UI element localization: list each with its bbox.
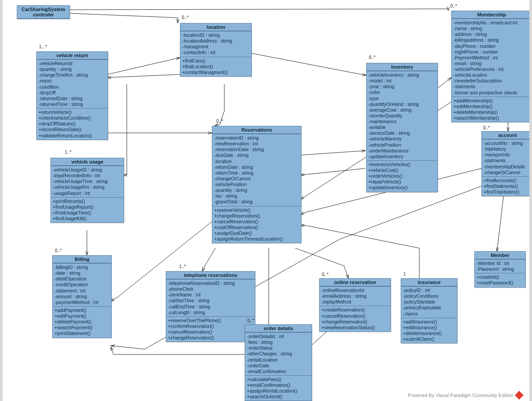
uml-operations-section: +addInsurance()+editInsurance()+deleteIn… xyxy=(401,318,457,343)
uml-attribute: -newReservation : int xyxy=(214,141,299,147)
uml-attribute: -managment xyxy=(182,44,250,50)
uml-attribute: -statement : int xyxy=(55,288,110,294)
uml-attribute: -policyStartdate xyxy=(403,299,455,305)
uml-operation: +changeReservation() xyxy=(214,213,299,219)
uml-operation: +contactManagment() xyxy=(182,70,250,75)
uml-operation: +orderVehicles() xyxy=(368,173,436,179)
uml-attributes-section: -reservationID : string-newReservation :… xyxy=(212,134,301,206)
uml-class-title: online reservation xyxy=(320,279,391,286)
uml-attribute: -billingID : string xyxy=(55,265,110,270)
multiplicity-label: 0..* xyxy=(55,248,62,253)
uml-operation: +findStatments() xyxy=(484,183,532,189)
uml-operation: +inventoryVehicles() xyxy=(368,162,436,167)
uml-operation: +repairVehicle() xyxy=(368,179,436,185)
uml-attribute: -dayPhone : number xyxy=(454,43,530,49)
uml-operation: +calculateFees() xyxy=(247,377,310,382)
uml-operation: +findUsageKM() xyxy=(53,216,122,222)
uml-attribute: -underMaintanance xyxy=(368,148,436,154)
uml-class-box[interactable]: Membership-membershipNo : smartcard:int-… xyxy=(451,11,532,122)
uml-operation: +searchPayment() xyxy=(55,325,110,331)
uml-operation: +addPayment() xyxy=(55,308,110,313)
uml-class-box[interactable]: telephone reservations-telephoneReservat… xyxy=(166,271,255,342)
uml-class-box[interactable]: Reservations-reservationID : string-newR… xyxy=(212,126,301,243)
uml-attribute: -policyConditions xyxy=(403,293,455,299)
uml-class-box[interactable]: insurance-policyID : int-policyCondition… xyxy=(401,278,458,343)
uml-class-box[interactable]: Billing-billingID : string-date : string… xyxy=(52,255,112,338)
uml-attribute: -changeTimeKm : string xyxy=(39,72,106,78)
uml-class-box[interactable]: account-accountNo : string-tripHistory-m… xyxy=(481,131,532,196)
uml-attribute: -orderDetailId : int xyxy=(247,334,310,339)
uml-operation: +FindUsageTime() xyxy=(53,210,122,216)
multiplicity-label: 1..* xyxy=(65,150,71,155)
uml-operation: +updateInventory() xyxy=(368,185,436,191)
uml-operation: +deleteMembership() xyxy=(454,109,530,115)
uml-operation: +cancelReservation() xyxy=(168,329,253,335)
uml-class-box[interactable]: order details-orderDetailId : int-fees :… xyxy=(245,324,312,401)
uml-attribute: -newsletterSubscription xyxy=(454,78,530,84)
uml-class-title: Member xyxy=(475,252,525,259)
uml-operation: +confirmReservation() xyxy=(168,323,253,329)
uml-operation: +assignRentalLocation() xyxy=(247,388,310,394)
uml-attribute: -vehiclePosition xyxy=(368,142,436,148)
uml-operation: +editPayment() xyxy=(55,313,110,319)
uml-operation: +printRecords() xyxy=(53,199,122,204)
multiplicity-label: 0..* xyxy=(483,125,490,130)
uml-attributes-section: -vehicleInventory : string-model : int-y… xyxy=(367,71,438,160)
uml-operation: +assignReturnTimeandLocation() xyxy=(214,236,299,242)
uml-operations-section: +createReservation()+cancelReservation()… xyxy=(320,306,391,331)
multiplicity-label: 0..* xyxy=(322,272,329,277)
uml-attribute: -statments xyxy=(484,158,532,164)
uml-attribute: -vehiclePosition xyxy=(214,182,299,187)
uml-attribute: -condition xyxy=(39,84,106,90)
uml-operations-section: +reserveOverThePhone()+confirmReservatio… xyxy=(166,316,255,342)
uml-attribute: -averageCost : string xyxy=(368,107,436,113)
uml-class-box[interactable]: Inventory-vehicleInventory : string-mode… xyxy=(366,63,438,192)
uml-attribute: -PaymentMethod : int xyxy=(454,55,530,61)
uml-attribute: -address : string xyxy=(454,31,530,37)
uml-attribute: -model : int xyxy=(368,78,436,84)
uml-operation: +searchOrderId() xyxy=(247,394,310,400)
uml-attribute: -memperInfo xyxy=(484,152,532,158)
uml-class-box[interactable]: location-locationID : string-locationAdd… xyxy=(180,23,252,77)
uml-diagram-canvas: CarSharingSystem controlerlocation-locat… xyxy=(0,0,532,401)
uml-attribute: -locationAddress : string xyxy=(182,38,250,44)
uml-attribute: -reson xyxy=(39,78,106,84)
uml-attribute: -changeOrCancel xyxy=(214,176,299,182)
uml-class-title: Reservations xyxy=(212,126,301,134)
uml-attribute: -dropOff xyxy=(39,90,106,96)
uml-attribute: -usageReport : int xyxy=(53,191,122,196)
multiplicity-label: 1...* xyxy=(39,44,47,49)
uml-operations-section: +addMembership()+editMembership()+delete… xyxy=(452,97,532,122)
footer-text: Powered By Visual Paradigm Community Edi… xyxy=(408,393,513,398)
uml-attribute: -billingaddress : string xyxy=(454,37,530,43)
uml-attribute: -fees : string xyxy=(247,339,310,345)
uml-operation: +resetPassword() xyxy=(477,280,524,286)
uml-class-box[interactable]: vehicle return-vehicleReturnId-quantity … xyxy=(36,51,108,140)
uml-operation: +editMembership() xyxy=(454,104,530,109)
diagram-footer: Powered By Visual Paradigm Community Edi… xyxy=(408,392,522,398)
uml-class-title: location xyxy=(180,23,251,31)
uml-operation: +deleteInsurance() xyxy=(403,331,455,336)
uml-operation: +submitClaim() xyxy=(403,336,455,342)
multiplicity-label: 0..* xyxy=(369,55,376,60)
uml-attribute: -orderStatus xyxy=(247,345,310,351)
uml-class-title: Membership xyxy=(452,11,532,19)
uml-attribute: -name : string xyxy=(454,26,530,31)
uml-attribute: -contactInfo : int xyxy=(182,50,250,55)
uml-class-box[interactable]: Member-Member Id : int-Password : string… xyxy=(474,251,526,288)
uml-operations-section: +inventoryVehicles()+vehicleCost()+order… xyxy=(367,160,438,192)
uml-class-title: insurance xyxy=(401,279,457,286)
uml-class-box[interactable]: vehicle usage-vehicleUsageID : string-tr… xyxy=(51,158,124,223)
uml-attributes-section: -orderDetailId : int-fees : string-order… xyxy=(245,332,312,375)
uml-attribute: -rentalLocation xyxy=(247,357,310,363)
uml-attribute: -nightPhone : number xyxy=(454,49,530,55)
uml-attributes-section: -billingID : string-date : string-debitO… xyxy=(53,263,111,306)
uml-class-box[interactable]: CarSharingSystem controler xyxy=(17,5,70,19)
uml-attribute: -onlineReservationId xyxy=(321,288,389,293)
uml-attribute: -creditOperation xyxy=(55,282,110,288)
uml-operation: +cancelReservation() xyxy=(321,313,389,319)
uml-attribute: -email : string xyxy=(454,61,530,66)
uml-class-box[interactable]: online reservation-onlineReservationId-e… xyxy=(319,278,391,332)
uml-operation: +cancelReservation() xyxy=(214,219,299,225)
visual-paradigm-logo-icon xyxy=(515,391,524,400)
